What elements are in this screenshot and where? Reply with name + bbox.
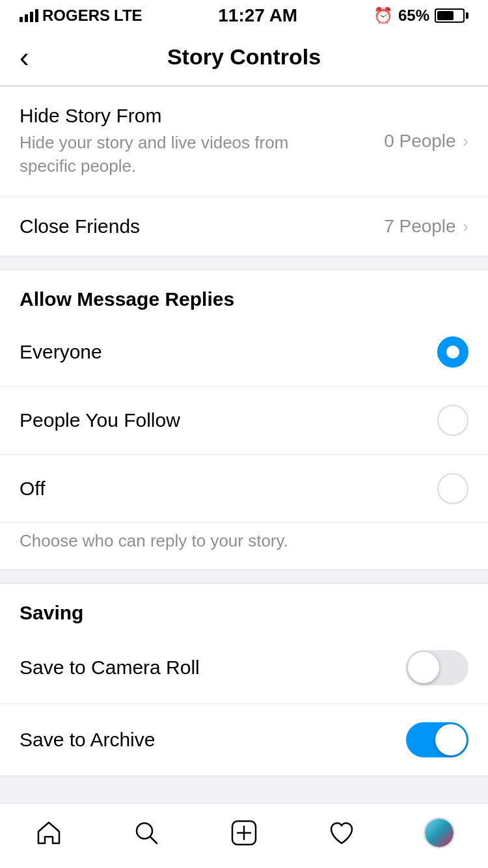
avatar-image [425, 819, 454, 847]
add-icon [230, 819, 258, 847]
close-friends-value: 7 People [384, 216, 456, 237]
everyone-radio[interactable] [437, 336, 468, 368]
hide-story-subtitle: Hide your story and live videos from spe… [20, 131, 332, 178]
hide-story-left: Hide Story From Hide your story and live… [20, 105, 332, 178]
battery-icon [435, 8, 468, 23]
hide-story-right: 0 People › [384, 131, 468, 152]
page-title: Story Controls [167, 44, 321, 70]
off-radio[interactable] [437, 473, 468, 504]
audience-section: Hide Story From Hide your story and live… [0, 86, 488, 256]
profile-avatar [424, 817, 455, 848]
status-right: ⏰ 65% [373, 7, 468, 25]
page: ROGERS LTE 11:27 AM ⏰ 65% ‹ Story Contro… [0, 0, 488, 868]
close-friends-row[interactable]: Close Friends 7 People › [0, 197, 488, 256]
people-you-follow-row[interactable]: People You Follow [0, 387, 488, 455]
status-bar: ROGERS LTE 11:27 AM ⏰ 65% [0, 0, 488, 29]
close-friends-right: 7 People › [384, 216, 468, 237]
tab-search[interactable] [120, 813, 172, 852]
carrier-label: ROGERS [42, 7, 110, 25]
svg-line-1 [150, 837, 157, 843]
replies-helper: Choose who can reply to your story. [0, 523, 488, 569]
save-camera-roll-row[interactable]: Save to Camera Roll [0, 632, 488, 704]
signal-icon [20, 9, 38, 22]
tab-add[interactable] [218, 813, 270, 852]
battery-percent: 65% [398, 7, 429, 25]
tab-heart[interactable] [316, 813, 368, 852]
people-you-follow-label: People You Follow [20, 409, 180, 431]
tab-profile[interactable] [413, 813, 465, 852]
save-archive-row[interactable]: Save to Archive [0, 704, 488, 776]
hide-story-title: Hide Story From [20, 105, 332, 127]
home-icon [34, 819, 63, 847]
chevron-icon: › [463, 131, 468, 152]
save-archive-toggle[interactable] [406, 722, 468, 757]
toggle-knob-camera [408, 652, 439, 683]
alarm-icon: ⏰ [373, 7, 393, 25]
status-left: ROGERS LTE [20, 7, 142, 25]
save-camera-roll-toggle[interactable] [406, 650, 468, 685]
hide-story-value: 0 People [384, 131, 456, 152]
close-friends-left: Close Friends [20, 215, 140, 237]
content: Hide Story From Hide your story and live… [0, 86, 488, 803]
heart-icon [327, 819, 356, 847]
saving-section: Saving Save to Camera Roll Save to Archi… [0, 583, 488, 776]
back-button[interactable]: ‹ [20, 43, 29, 72]
replies-section: Allow Message Replies Everyone People Yo… [0, 269, 488, 570]
toggle-knob-archive [435, 724, 467, 755]
hide-story-row[interactable]: Hide Story From Hide your story and live… [0, 87, 488, 197]
off-row[interactable]: Off [0, 455, 488, 523]
nav-bar: ‹ Story Controls [0, 29, 488, 86]
saving-header: Saving [0, 584, 488, 632]
everyone-row[interactable]: Everyone [0, 318, 488, 387]
replies-header: Allow Message Replies [0, 270, 488, 318]
chevron-icon-2: › [463, 216, 468, 237]
tab-bar [0, 803, 488, 868]
radio-inner-everyone [446, 346, 459, 359]
tab-home[interactable] [23, 813, 75, 852]
close-friends-title: Close Friends [20, 215, 140, 237]
save-archive-label: Save to Archive [20, 729, 155, 751]
everyone-label: Everyone [20, 341, 102, 363]
people-you-follow-radio[interactable] [437, 405, 468, 436]
time-label: 11:27 AM [218, 5, 297, 26]
network-label: LTE [114, 7, 142, 25]
off-label: Off [20, 478, 45, 500]
save-camera-roll-label: Save to Camera Roll [20, 657, 200, 679]
search-icon [132, 819, 161, 847]
